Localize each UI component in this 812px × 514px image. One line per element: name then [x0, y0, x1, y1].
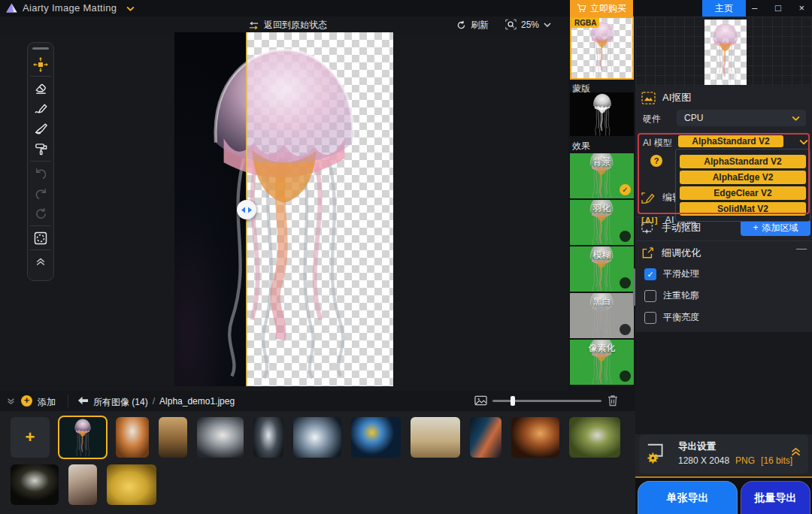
move-tool-button[interactable] [30, 54, 51, 74]
effect-unchecked-badge[interactable] [620, 324, 631, 335]
refine-section-header: 细调优化 [641, 246, 701, 260]
filmstrip-bar: + 添加 所有图像 (14) / Alpha_demo1.jpeg [0, 391, 635, 411]
option-smooth[interactable]: ✓ 平滑处理 [644, 268, 699, 280]
add-image-tile[interactable]: + [11, 417, 50, 458]
plus-icon: + [753, 222, 758, 233]
brush-tool-button[interactable] [30, 119, 51, 139]
filmstrip-row-1: + [11, 417, 635, 458]
buy-now-button[interactable]: 立即购买 [570, 0, 633, 17]
trash-icon[interactable] [607, 395, 618, 407]
pen-icon [34, 101, 48, 116]
app-menu-chevron-icon[interactable] [126, 6, 135, 11]
minimize-button[interactable]: – [752, 0, 757, 17]
slider-thumb[interactable] [511, 396, 515, 406]
export-format: PNG [735, 455, 755, 466]
collapse-filmstrip-icon[interactable] [6, 398, 16, 405]
option-contour[interactable]: 注重轮廓 [644, 289, 699, 302]
jellyfish-image [183, 35, 385, 382]
roller-tool-button[interactable] [30, 139, 51, 159]
refine-collapse-button[interactable]: — [796, 242, 807, 254]
rgba-preview[interactable]: RGBA [570, 17, 634, 80]
hardware-label: 硬件 [643, 113, 661, 125]
tool-palette [27, 42, 54, 281]
effect-item-blur[interactable]: 模糊 [570, 246, 634, 292]
effect-checked-badge[interactable]: ✓ [620, 184, 631, 195]
ai-model-dropdown: AlphaStandard V2 AlphaEdge V2 EdgeClear … [675, 149, 810, 222]
effect-unchecked-badge[interactable] [620, 231, 631, 242]
compare-divider-handle[interactable] [237, 200, 256, 219]
refresh-button[interactable]: 刷新 [456, 19, 489, 32]
export-batch-button[interactable]: 批量导出 [741, 481, 810, 514]
thumb-fox-spirit[interactable] [116, 417, 149, 458]
divider [68, 395, 68, 407]
model-option-alphastandard[interactable]: AlphaStandard V2 [680, 155, 806, 168]
ai-matting-section-header: AI抠图 [641, 91, 691, 104]
checkbox-unchecked[interactable] [644, 312, 656, 324]
model-option-solidmat[interactable]: SolidMat V2 [680, 202, 806, 216]
left-arrow-icon [241, 207, 246, 213]
add-region-button[interactable]: + 添加区域 [741, 219, 810, 236]
mask-preview[interactable] [570, 92, 634, 136]
export-settings-card[interactable]: 导出设置 1280 X 2048 PNG [16 bits] [639, 434, 808, 473]
thumb-jellyfish-selected[interactable] [59, 417, 106, 458]
marquee-select-button[interactable] [30, 228, 51, 248]
close-button[interactable]: × [798, 0, 804, 17]
toolbar-drag-handle[interactable] [32, 47, 49, 50]
checkbox-unchecked[interactable] [644, 290, 656, 302]
thumb-white-dress[interactable] [293, 417, 341, 458]
model-option-alphaedge[interactable]: AlphaEdge V2 [680, 171, 806, 184]
thumb-gold-dress[interactable] [159, 417, 187, 458]
thumb-cat[interactable] [107, 464, 156, 505]
titlebar: Aiarty Image Matting 立即购买 主页 – □ × [0, 0, 812, 17]
reset-to-original-button[interactable]: 返回到原始状态 [248, 19, 327, 32]
breadcrumb-all-images[interactable]: 所有图像 (14) [93, 396, 148, 409]
thumb-necklace[interactable] [11, 464, 59, 505]
help-icon[interactable]: ? [650, 155, 662, 167]
double-chevron-up-icon[interactable] [789, 446, 802, 458]
pen-tool-button[interactable] [30, 98, 51, 119]
thumb-city-woman[interactable] [68, 464, 97, 505]
back-arrow-icon[interactable] [77, 396, 89, 405]
export-single-button[interactable]: 单张导出 [638, 481, 738, 514]
rgba-badge: RGBA [571, 18, 599, 28]
effect-item-blackwhite[interactable]: 黑白 [570, 293, 634, 338]
home-button[interactable]: 主页 [702, 0, 746, 17]
effect-unchecked-badge[interactable] [620, 370, 631, 382]
navigator-preview[interactable] [635, 17, 812, 86]
effect-unchecked-badge[interactable] [620, 277, 631, 289]
effect-item-feather[interactable]: 羽化 [570, 200, 634, 245]
thumb-spiderweb[interactable] [569, 417, 620, 458]
thumb-couple[interactable] [511, 417, 559, 458]
checkbox-checked[interactable]: ✓ [644, 268, 656, 280]
add-image-plus-icon[interactable]: + [21, 395, 32, 407]
export-resolution: 1280 X 2048 [678, 455, 729, 466]
option-brightness[interactable]: 平衡亮度 [644, 311, 699, 324]
effect-item-background[interactable]: 背景 ✓ [570, 153, 634, 198]
effect-item-pixelate[interactable]: 像素化 [570, 340, 634, 385]
right-arrow-icon [247, 207, 253, 213]
thumb-white-horse[interactable] [197, 417, 244, 458]
collapse-toolbar-button[interactable] [30, 252, 51, 272]
eraser-tool-button[interactable] [30, 78, 51, 98]
thumb-white-figure[interactable] [253, 417, 283, 458]
model-option-edgeclear[interactable]: EdgeClear V2 [680, 186, 806, 200]
thumb-blue-jellyfish[interactable] [351, 417, 401, 458]
redo-button[interactable] [30, 183, 51, 204]
reset-history-button[interactable] [30, 204, 51, 224]
breadcrumb: 所有图像 (14) / Alpha_demo1.jpeg [93, 396, 235, 409]
stage-image[interactable] [174, 32, 393, 386]
thumbnail-size-slider[interactable] [492, 400, 601, 402]
model-chevron-icon[interactable] [799, 139, 808, 145]
thumb-neon-woman[interactable] [470, 417, 501, 458]
refresh-icon [456, 20, 466, 30]
thumb-alpacas[interactable] [411, 417, 460, 458]
maximize-button[interactable]: □ [775, 0, 781, 17]
layer-column: RGBA 蒙版 效果 背景 ✓ 羽化 模糊 黑白 像素化 [568, 17, 635, 391]
add-image-label[interactable]: 添加 [38, 396, 56, 409]
ai-model-select[interactable]: AlphaStandard V2 [678, 135, 783, 147]
rotate-ccw-icon [34, 207, 48, 221]
zoom-control[interactable]: 25% [505, 19, 551, 30]
eraser-icon [34, 81, 48, 95]
hardware-select[interactable]: CPU [677, 110, 806, 126]
undo-button[interactable] [30, 163, 51, 183]
